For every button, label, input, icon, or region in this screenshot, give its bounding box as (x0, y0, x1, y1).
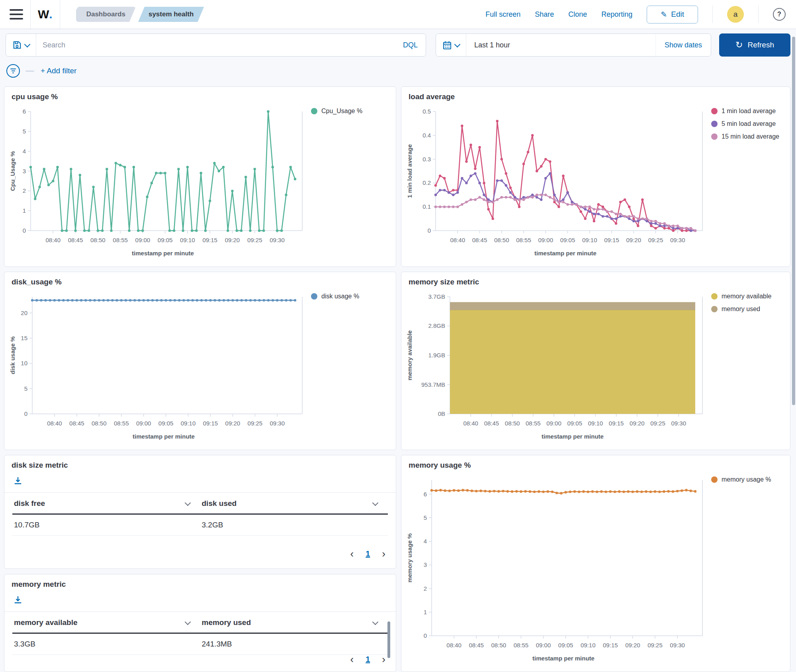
svg-text:08:45: 08:45 (69, 420, 84, 427)
column-header-memory-used[interactable]: memory used (200, 612, 388, 633)
column-header-disk-used[interactable]: disk used (200, 493, 388, 513)
disk-usage-chart: 0510152008:4008:4508:5008:5509:0009:0509… (8, 290, 392, 450)
svg-text:08:40: 08:40 (463, 420, 478, 427)
add-filter-link[interactable]: + Add filter (41, 67, 76, 75)
search-input[interactable] (36, 41, 395, 49)
chevron-down-icon (372, 619, 379, 625)
next-page-icon[interactable]: › (382, 549, 385, 559)
svg-text:09:30: 09:30 (670, 642, 685, 648)
page-1-link[interactable]: 1 (366, 655, 370, 664)
download-csv-button[interactable] (13, 595, 23, 606)
svg-text:08:55: 08:55 (113, 237, 128, 243)
svg-text:disk usage %: disk usage % (9, 336, 16, 374)
legend-dot-icon (711, 306, 718, 312)
dashboard-app: W. Dashboards system health Full screen … (0, 0, 796, 672)
memory-table: memory available memory used 3.3GB 241.3… (12, 612, 388, 655)
panel-title: load average (401, 87, 790, 101)
svg-text:08:55: 08:55 (516, 237, 531, 243)
save-query-button[interactable] (6, 34, 36, 56)
filter-icon[interactable] (6, 64, 20, 78)
load-average-chart: 00.10.20.30.40.508:4008:4508:5008:5509:0… (405, 104, 786, 266)
legend-item-0[interactable]: 1 min load average (711, 108, 779, 115)
header-actions: Full screen Share Clone Reporting ✎ Edit… (485, 6, 796, 24)
page-1-link[interactable]: 1 (366, 549, 370, 558)
show-dates-link[interactable]: Show dates (655, 34, 711, 56)
table-scrollbar[interactable] (387, 621, 390, 658)
legend-item-0[interactable]: Cpu_Usage % (311, 108, 362, 115)
help-icon[interactable]: ? (773, 8, 786, 21)
legend-item-0[interactable]: disk usage % (311, 293, 359, 300)
svg-text:09:15: 09:15 (604, 237, 619, 243)
next-page-icon[interactable]: › (382, 654, 385, 664)
time-range-value[interactable]: Last 1 hour (466, 41, 655, 49)
menu-hamburger-icon[interactable] (10, 9, 23, 20)
svg-text:09:10: 09:10 (581, 642, 596, 648)
share-link[interactable]: Share (535, 10, 554, 19)
prev-page-icon[interactable]: ‹ (350, 654, 354, 664)
svg-text:memory available: memory available (406, 330, 413, 380)
avatar[interactable]: a (727, 6, 744, 23)
legend-label: memory used (722, 306, 760, 313)
breadcrumb-system-health[interactable]: system health (138, 7, 204, 22)
svg-text:timestamp per minute: timestamp per minute (534, 250, 597, 257)
chart-svg: 0B953.7MB1.9GB2.8GB3.7GB08:4008:4508:500… (405, 290, 787, 450)
svg-text:08:45: 08:45 (472, 237, 487, 243)
legend-item-0[interactable]: memory available (711, 293, 771, 300)
svg-text:09:15: 09:15 (203, 420, 218, 427)
download-csv-button[interactable] (13, 476, 23, 487)
svg-text:0.3: 0.3 (422, 156, 431, 163)
svg-text:15: 15 (21, 335, 27, 341)
column-header-disk-free[interactable]: disk free (12, 493, 200, 513)
chevron-down-icon (454, 41, 461, 47)
legend-label: 1 min load average (722, 108, 776, 115)
svg-text:08:50: 08:50 (491, 642, 507, 648)
page-scrollbar[interactable] (792, 37, 795, 405)
divider (712, 6, 713, 23)
column-header-memory-available[interactable]: memory available (12, 612, 200, 633)
svg-text:0: 0 (23, 227, 26, 234)
full-screen-link[interactable]: Full screen (485, 10, 520, 19)
panel-memory-metric: memory metric memory available memory us… (4, 574, 396, 672)
svg-text:09:10: 09:10 (180, 237, 195, 243)
table-row: 3.3GB 241.3MB (12, 634, 388, 655)
legend-dot-icon (711, 133, 718, 140)
chart-legend: disk usage % (311, 293, 359, 300)
save-icon (12, 40, 22, 50)
app-logo[interactable]: W. (38, 8, 53, 21)
svg-text:09:15: 09:15 (202, 237, 217, 243)
memory-size-chart: 0B953.7MB1.9GB2.8GB3.7GB08:4008:4508:500… (405, 290, 786, 450)
svg-text:20: 20 (21, 310, 27, 316)
svg-text:09:05: 09:05 (560, 237, 575, 243)
download-icon (13, 476, 23, 486)
svg-text:09:20: 09:20 (630, 420, 645, 427)
chart-svg: 0510152008:4008:4508:5008:5509:0009:0509… (8, 290, 393, 450)
svg-text:4: 4 (424, 538, 427, 545)
svg-text:2.8GB: 2.8GB (428, 322, 445, 329)
legend-item-1[interactable]: memory used (711, 306, 771, 313)
reporting-link[interactable]: Reporting (601, 10, 632, 19)
svg-text:0.4: 0.4 (422, 132, 431, 139)
legend-item-0[interactable]: memory usage % (711, 476, 771, 483)
svg-text:timestamp per minute: timestamp per minute (133, 433, 195, 440)
panel-title: memory usage % (401, 455, 790, 470)
legend-item-2[interactable]: 15 min load average (711, 133, 779, 140)
refresh-button[interactable]: ↻ Refresh (719, 33, 790, 57)
svg-text:08:50: 08:50 (92, 420, 107, 427)
edit-button[interactable]: ✎ Edit (647, 6, 698, 24)
prev-page-icon[interactable]: ‹ (350, 549, 354, 559)
legend-item-1[interactable]: 5 min load average (711, 120, 779, 127)
svg-text:08:40: 08:40 (45, 237, 61, 243)
memory-used-value: 241.3MB (200, 634, 388, 654)
clone-link[interactable]: Clone (568, 10, 587, 19)
calendar-button[interactable] (436, 34, 466, 56)
svg-text:09:00: 09:00 (538, 237, 553, 243)
chart-legend: memory usage % (711, 476, 771, 483)
divider (758, 6, 759, 23)
pencil-icon: ✎ (661, 10, 667, 19)
search-bar: DQL (6, 33, 426, 57)
dql-button[interactable]: DQL (395, 41, 426, 49)
divider (30, 0, 31, 29)
breadcrumb-dashboards[interactable]: Dashboards (76, 7, 136, 22)
svg-text:0.2: 0.2 (422, 179, 431, 186)
svg-text:5: 5 (424, 514, 427, 521)
